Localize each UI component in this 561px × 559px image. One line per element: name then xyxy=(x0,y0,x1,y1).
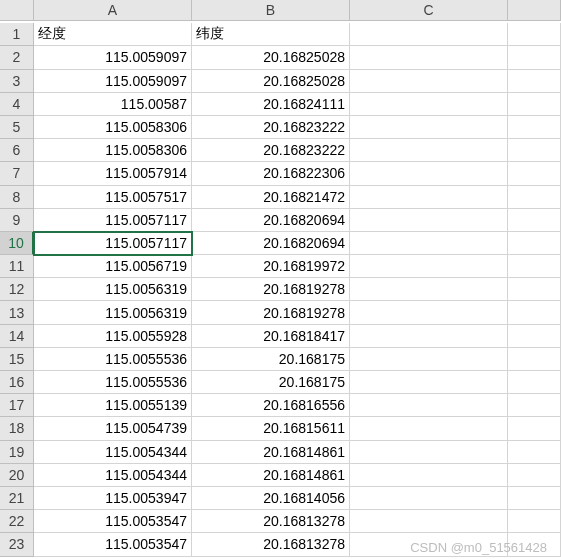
row-header[interactable]: 21 xyxy=(0,487,34,510)
cell-C21[interactable] xyxy=(350,487,508,510)
cell-B16[interactable]: 20.168175 xyxy=(192,371,350,394)
cell-A9[interactable]: 115.0057117 xyxy=(34,209,192,232)
row-header[interactable]: 1 xyxy=(0,23,34,46)
cell[interactable] xyxy=(508,533,561,556)
cell-C1[interactable] xyxy=(350,23,508,46)
cell[interactable] xyxy=(508,371,561,394)
cell-C5[interactable] xyxy=(350,116,508,139)
row-header[interactable]: 5 xyxy=(0,116,34,139)
cell-C19[interactable] xyxy=(350,441,508,464)
cell-B15[interactable]: 20.168175 xyxy=(192,348,350,371)
cell-A1[interactable]: 经度 xyxy=(34,23,192,46)
cell-C6[interactable] xyxy=(350,139,508,162)
cell-B8[interactable]: 20.16821472 xyxy=(192,186,350,209)
cell-B18[interactable]: 20.16815611 xyxy=(192,417,350,440)
cell-B6[interactable]: 20.16823222 xyxy=(192,139,350,162)
select-all-corner[interactable] xyxy=(0,0,34,21)
row-header[interactable]: 19 xyxy=(0,441,34,464)
row-header[interactable]: 9 xyxy=(0,209,34,232)
cell-A14[interactable]: 115.0055928 xyxy=(34,325,192,348)
cell-C23[interactable] xyxy=(350,533,508,556)
cell[interactable] xyxy=(508,255,561,278)
cell-C2[interactable] xyxy=(350,46,508,69)
cell-A18[interactable]: 115.0054739 xyxy=(34,417,192,440)
cell-B10[interactable]: 20.16820694 xyxy=(192,232,350,255)
cell-B17[interactable]: 20.16816556 xyxy=(192,394,350,417)
cell[interactable] xyxy=(508,301,561,324)
cell[interactable] xyxy=(508,510,561,533)
cell-C7[interactable] xyxy=(350,162,508,185)
cell[interactable] xyxy=(508,417,561,440)
col-header-C[interactable]: C xyxy=(350,0,508,21)
cell-C13[interactable] xyxy=(350,301,508,324)
row-header[interactable]: 2 xyxy=(0,46,34,69)
col-header-next[interactable] xyxy=(508,0,561,21)
cell-A22[interactable]: 115.0053547 xyxy=(34,510,192,533)
cell-A17[interactable]: 115.0055139 xyxy=(34,394,192,417)
col-header-A[interactable]: A xyxy=(34,0,192,21)
cell-C4[interactable] xyxy=(350,93,508,116)
cell-C16[interactable] xyxy=(350,371,508,394)
cell[interactable] xyxy=(508,139,561,162)
col-header-B[interactable]: B xyxy=(192,0,350,21)
row-header[interactable]: 15 xyxy=(0,348,34,371)
row-header[interactable]: 17 xyxy=(0,394,34,417)
cell-B21[interactable]: 20.16814056 xyxy=(192,487,350,510)
cell-C15[interactable] xyxy=(350,348,508,371)
cell-B3[interactable]: 20.16825028 xyxy=(192,70,350,93)
cell[interactable] xyxy=(508,487,561,510)
cell-A7[interactable]: 115.0057914 xyxy=(34,162,192,185)
cell[interactable] xyxy=(508,325,561,348)
cell[interactable] xyxy=(508,441,561,464)
cell[interactable] xyxy=(508,162,561,185)
cell[interactable] xyxy=(508,348,561,371)
cell-B23[interactable]: 20.16813278 xyxy=(192,533,350,556)
cell-C10[interactable] xyxy=(350,232,508,255)
cell-B9[interactable]: 20.16820694 xyxy=(192,209,350,232)
cell-B4[interactable]: 20.16824111 xyxy=(192,93,350,116)
row-header[interactable]: 12 xyxy=(0,278,34,301)
row-header[interactable]: 18 xyxy=(0,417,34,440)
row-header[interactable]: 10 xyxy=(0,232,34,255)
cell-B2[interactable]: 20.16825028 xyxy=(192,46,350,69)
row-header[interactable]: 16 xyxy=(0,371,34,394)
spreadsheet-grid[interactable]: A B C 1经度纬度2115.005909720.168250283115.0… xyxy=(0,0,561,557)
cell[interactable] xyxy=(508,23,561,46)
cell-B1[interactable]: 纬度 xyxy=(192,23,350,46)
cell-C9[interactable] xyxy=(350,209,508,232)
cell-A20[interactable]: 115.0054344 xyxy=(34,464,192,487)
cell-A13[interactable]: 115.0056319 xyxy=(34,301,192,324)
cell-C11[interactable] xyxy=(350,255,508,278)
cell[interactable] xyxy=(508,278,561,301)
cell-B22[interactable]: 20.16813278 xyxy=(192,510,350,533)
cell-A3[interactable]: 115.0059097 xyxy=(34,70,192,93)
row-header[interactable]: 8 xyxy=(0,186,34,209)
row-header[interactable]: 22 xyxy=(0,510,34,533)
row-header[interactable]: 20 xyxy=(0,464,34,487)
cell-B7[interactable]: 20.16822306 xyxy=(192,162,350,185)
cell-A23[interactable]: 115.0053547 xyxy=(34,533,192,556)
cell-A19[interactable]: 115.0054344 xyxy=(34,441,192,464)
cell[interactable] xyxy=(508,186,561,209)
cell-A21[interactable]: 115.0053947 xyxy=(34,487,192,510)
cell-C12[interactable] xyxy=(350,278,508,301)
cell[interactable] xyxy=(508,93,561,116)
cell-B11[interactable]: 20.16819972 xyxy=(192,255,350,278)
cell[interactable] xyxy=(508,116,561,139)
cell-A16[interactable]: 115.0055536 xyxy=(34,371,192,394)
row-header[interactable]: 6 xyxy=(0,139,34,162)
cell-C17[interactable] xyxy=(350,394,508,417)
cell-A5[interactable]: 115.0058306 xyxy=(34,116,192,139)
cell-A8[interactable]: 115.0057517 xyxy=(34,186,192,209)
row-header[interactable]: 3 xyxy=(0,70,34,93)
cell[interactable] xyxy=(508,46,561,69)
cell[interactable] xyxy=(508,232,561,255)
row-header[interactable]: 14 xyxy=(0,325,34,348)
cell-A4[interactable]: 115.00587 xyxy=(34,93,192,116)
cell-B5[interactable]: 20.16823222 xyxy=(192,116,350,139)
cell-C22[interactable] xyxy=(350,510,508,533)
cell-A2[interactable]: 115.0059097 xyxy=(34,46,192,69)
cell-C14[interactable] xyxy=(350,325,508,348)
cell-B12[interactable]: 20.16819278 xyxy=(192,278,350,301)
cell-A15[interactable]: 115.0055536 xyxy=(34,348,192,371)
